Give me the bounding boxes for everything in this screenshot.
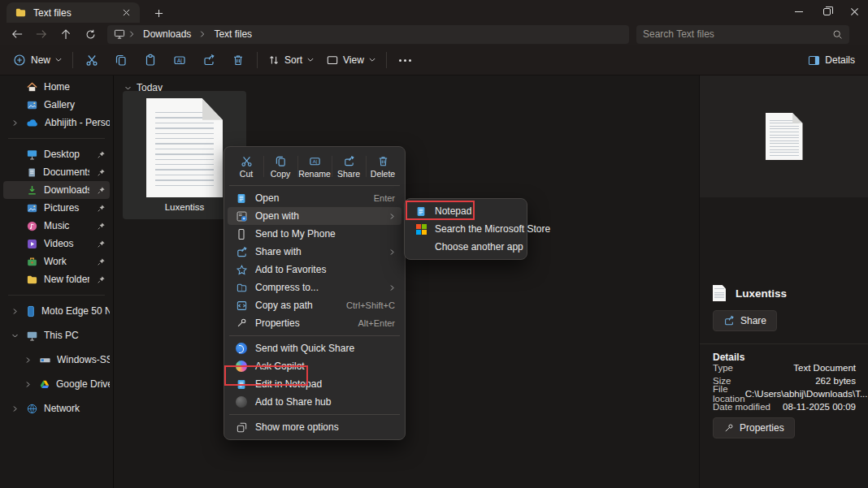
search-input[interactable] [643, 28, 832, 40]
maximize-restore-button[interactable] [813, 0, 840, 23]
details-file-name: Luxentiss [736, 287, 787, 300]
context-menu: Cut Copy A| Rename Share Delete Open [224, 146, 406, 440]
sidebar-item-pictures[interactable]: Pictures [3, 199, 110, 217]
tab-close-icon[interactable] [119, 6, 133, 20]
delete-button[interactable] [224, 49, 253, 71]
sidebar-item-google-drive[interactable]: Google Drive (G:) [3, 375, 110, 393]
menu-item-open-with[interactable]: Open with [228, 207, 401, 225]
menu-item-edit-in-notepad[interactable]: Edit in Notepad [228, 375, 401, 393]
pictures-icon [26, 202, 38, 214]
more-options-button[interactable] [391, 49, 420, 71]
up-button[interactable] [54, 24, 78, 44]
sidebar-item-desktop[interactable]: Desktop [3, 145, 110, 163]
back-button[interactable] [5, 24, 29, 44]
open-with-icon [235, 209, 248, 222]
submenu-item-notepad[interactable]: Notepad [408, 202, 523, 220]
rename-menu-button[interactable]: A| Rename [297, 151, 332, 182]
minimize-button[interactable] [785, 0, 813, 23]
copy-as-path-icon [235, 299, 248, 312]
cut-menu-button[interactable]: Cut [229, 151, 263, 182]
chevron-right-icon[interactable] [23, 355, 33, 365]
cut-button[interactable] [77, 49, 106, 71]
copy-menu-button[interactable]: Copy [263, 151, 297, 182]
phone-icon [235, 227, 248, 240]
music-icon [26, 220, 38, 232]
sidebar-item-work[interactable]: Work [3, 253, 110, 270]
share-button[interactable] [194, 49, 224, 71]
share-hub-icon [235, 395, 248, 408]
this-pc-icon [26, 330, 38, 341]
refresh-button[interactable] [78, 24, 102, 44]
submenu-item-choose-another-app[interactable]: Choose another app [408, 238, 523, 256]
pin-icon [95, 256, 106, 267]
menu-item-add-to-favorites[interactable]: Add to Favorites [228, 261, 401, 279]
text-document-icon [766, 113, 803, 160]
drive-icon [39, 356, 51, 365]
new-tab-button[interactable] [151, 6, 166, 20]
menu-item-open[interactable]: Open Enter [228, 189, 401, 207]
videos-icon [26, 238, 38, 250]
search-icon[interactable] [832, 29, 843, 40]
properties-button[interactable]: Properties [713, 417, 795, 438]
menu-item-send-with-quick-share[interactable]: Send with Quick Share [228, 339, 401, 357]
details-pane-toggle[interactable]: Details [801, 49, 861, 71]
menu-item-properties[interactable]: Properties Alt+Enter [228, 314, 401, 332]
rename-button[interactable]: A| [165, 49, 194, 71]
breadcrumb-downloads[interactable]: Downloads [138, 28, 196, 41]
new-button[interactable]: New [7, 49, 68, 71]
chevron-right-icon[interactable] [10, 118, 20, 127]
microsoft-store-icon [414, 222, 427, 235]
menu-item-copy-as-path[interactable]: Copy as path Ctrl+Shift+C [228, 296, 401, 314]
sidebar-item-gallery[interactable]: Gallery [3, 96, 110, 114]
menu-item-show-more-options[interactable]: Show more options [228, 418, 401, 436]
chevron-right-icon[interactable] [10, 404, 20, 413]
network-icon [26, 403, 38, 415]
onedrive-cloud-icon [26, 118, 39, 127]
menu-item-send-to-my-phone[interactable]: Send to My Phone [228, 225, 401, 243]
explorer-tab[interactable]: Text files [7, 2, 140, 23]
details-toggle-label: Details [825, 54, 855, 66]
chevron-down-icon[interactable] [124, 85, 132, 91]
view-button[interactable]: View [320, 49, 382, 71]
titlebar: Text files [0, 0, 868, 23]
sort-button-label: Sort [284, 54, 302, 66]
sidebar-item-documents[interactable]: Documents [3, 163, 110, 181]
forward-button[interactable] [29, 24, 54, 44]
chevron-right-icon[interactable] [10, 306, 20, 316]
share-file-button[interactable]: Share [713, 310, 777, 331]
sidebar-item-this-pc[interactable]: This PC [3, 326, 110, 344]
pin-icon [95, 184, 106, 196]
delete-menu-button[interactable]: Delete [366, 151, 400, 182]
svg-text:A|: A| [177, 58, 182, 64]
share-menu-button[interactable]: Share [332, 151, 366, 182]
breadcrumb[interactable]: Downloads Text files [107, 25, 629, 44]
notepad-icon [414, 205, 427, 218]
chevron-down-icon[interactable] [10, 330, 20, 340]
sidebar-item-music[interactable]: Music [3, 217, 110, 235]
share-button-label: Share [740, 315, 766, 326]
breadcrumb-text-files[interactable]: Text files [209, 28, 257, 41]
sidebar-item-moto-edge[interactable]: Moto Edge 50 Neo [3, 302, 110, 320]
chevron-right-icon[interactable] [23, 379, 33, 389]
close-button[interactable] [840, 0, 868, 23]
sidebar-item-windows-ssd[interactable]: Windows-SSD (C:) [3, 351, 110, 369]
menu-item-ask-copilot[interactable]: Ask Copilot [228, 357, 401, 375]
sidebar-item-network[interactable]: Network [3, 399, 110, 417]
copy-button[interactable] [106, 49, 136, 71]
sidebar-item-new-folder[interactable]: New folder [3, 270, 110, 288]
submenu-item-search-microsoft-store[interactable]: Search the Microsoft Store [408, 220, 523, 238]
sidebar-item-videos[interactable]: Videos [3, 235, 110, 253]
share-icon [723, 315, 735, 326]
properties-button-label: Properties [740, 422, 784, 434]
compress-folder-icon [235, 281, 248, 294]
rename-icon: A| [309, 155, 321, 167]
menu-item-share-with[interactable]: Share with [228, 243, 401, 261]
pin-icon [95, 149, 106, 160]
menu-item-add-to-share-hub[interactable]: Add to Share hub [228, 393, 401, 411]
sort-button[interactable]: Sort [262, 49, 320, 71]
paste-button[interactable] [136, 49, 165, 71]
menu-item-compress-to[interactable]: Compress to... [228, 279, 401, 296]
sidebar-item-downloads[interactable]: Downloads [3, 181, 110, 199]
sidebar-item-home[interactable]: Home [3, 78, 110, 96]
sidebar-item-onedrive-personal[interactable]: Abhijith - Personal [3, 114, 110, 132]
